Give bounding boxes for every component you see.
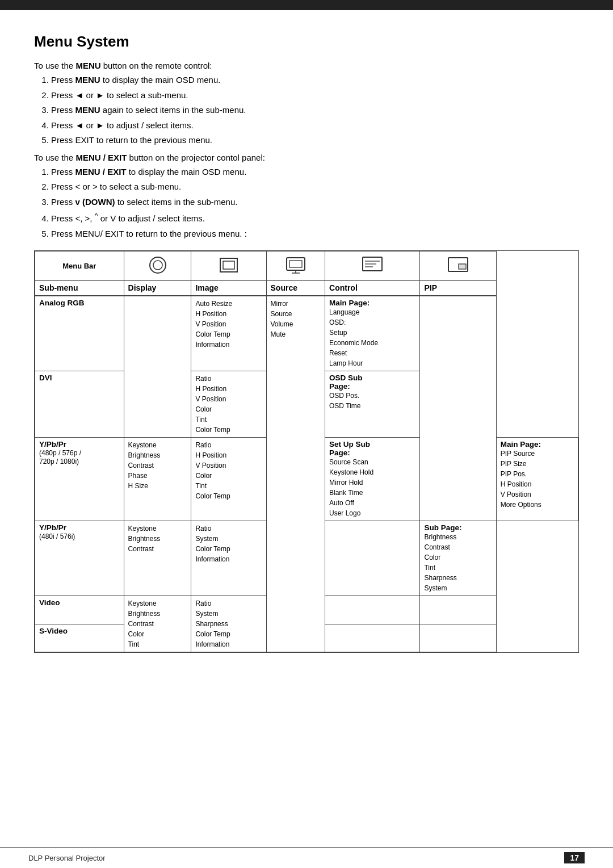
ypbpr-sd-control <box>325 521 420 596</box>
video-display: KeystoneBrightnessContrastColorTint <box>124 596 191 652</box>
source-icon <box>284 255 308 275</box>
ypbpr-hd-label: Y/Pb/Pr (480p / 576p /720p / 1080i) <box>35 438 124 521</box>
video-image: RatioSystemSharpnessColor TempInformatio… <box>191 596 266 652</box>
panel-steps-list: Press MENU / EXIT to display the main OS… <box>51 166 579 241</box>
intro-remote: To use the MENU button on the remote con… <box>34 61 579 70</box>
panel-step-5: Press MENU/ EXIT to return to the previo… <box>51 228 579 241</box>
svg-rect-5 <box>289 261 302 267</box>
svg-rect-13 <box>459 264 466 269</box>
svideo-pip <box>420 624 496 652</box>
analog-rgb-display <box>124 296 191 438</box>
pip-header: PIP <box>420 281 496 296</box>
dvi-image: RatioH PositionV PositionColorTintColor … <box>191 371 266 438</box>
analog-rgb-control: Main Page: LanguageOSD:SetupEconomic Mod… <box>325 296 420 371</box>
image-icon <box>217 255 241 275</box>
video-control <box>325 596 420 624</box>
remote-step-1: Press MENU to display the main OSD menu. <box>51 74 579 87</box>
remote-step-4: Press ◄ or ► to adjust / select items. <box>51 119 579 132</box>
menu-table-wrap: Menu Bar <box>34 250 579 653</box>
panel-step-2: Press < or > to select a sub-menu. <box>51 181 579 194</box>
ypbpr-hd-image: RatioH PositionV PositionColorTintColor … <box>191 438 266 521</box>
pip-icon-cell <box>420 251 496 281</box>
image-icon-cell <box>191 251 266 281</box>
panel-step-1: Press MENU / EXIT to display the main OS… <box>51 166 579 179</box>
ypbpr-hd-pip: Main Page: PIP SourcePIP SizePIP Pos.H P… <box>496 438 578 521</box>
analog-rgb-label: Analog RGB <box>35 296 124 371</box>
ypbpr-sd-image: RatioSystemColor TempInformation <box>191 521 266 596</box>
pip-icon <box>446 255 470 275</box>
display-header: Display <box>124 281 191 296</box>
analog-rgb-pip <box>420 296 496 521</box>
dvi-label: DVI <box>35 371 124 438</box>
page-number: 17 <box>564 852 585 863</box>
control-header: Control <box>325 281 420 296</box>
ypbpr-hd-display: KeystoneBrightnessContrastPhaseH Size <box>124 438 191 521</box>
display-icon <box>146 255 170 275</box>
panel-step-4: Press <, >, ^ or V to adjust / select it… <box>51 211 579 225</box>
svg-rect-3 <box>223 261 234 269</box>
intro-panel: To use the MENU / EXIT button on the pro… <box>34 153 579 162</box>
remote-step-2: Press ◄ or ► to select a sub-menu. <box>51 89 579 102</box>
ypbpr-sd-label: Y/Pb/Pr (480i / 576i) <box>35 521 124 596</box>
ypbpr-sd-display: KeystoneBrightnessContrast <box>124 521 191 596</box>
video-label: Video <box>35 596 124 624</box>
page-title: Menu System <box>34 33 579 51</box>
footer-bar: DLP Personal Projector 17 <box>0 847 613 868</box>
video-pip <box>420 596 496 624</box>
submenu-header: Sub-menu <box>35 281 124 296</box>
header-row: Sub-menu Display Image Source Control PI… <box>35 281 578 296</box>
icon-row: Menu Bar <box>35 251 578 281</box>
ypbpr-sd-pip: Sub Page: BrightnessContrastColorTintSha… <box>420 521 496 596</box>
svg-point-0 <box>150 257 166 273</box>
source-icon-cell <box>266 251 325 281</box>
analog-rgb-image: Auto ResizeH PositionV PositionColor Tem… <box>191 296 266 371</box>
control-icon-cell <box>325 251 420 281</box>
remote-step-5: Press EXIT to return to the previous men… <box>51 134 579 147</box>
panel-step-3: Press v (DOWN) to select items in the su… <box>51 196 579 209</box>
menubar-label-cell: Menu Bar <box>35 251 124 281</box>
row-analog-rgb: Analog RGB Auto ResizeH PositionV Positi… <box>35 296 578 371</box>
image-header: Image <box>191 281 266 296</box>
menu-table: Menu Bar <box>35 251 578 652</box>
source-header: Source <box>266 281 325 296</box>
svideo-control <box>325 624 420 652</box>
footer-text: DLP Personal Projector <box>28 854 106 862</box>
remote-step-3: Press MENU again to select items in the … <box>51 104 579 117</box>
analog-rgb-source: MirrorSourceVolumeMute <box>266 296 325 652</box>
display-icon-cell <box>124 251 191 281</box>
control-icon <box>360 255 384 275</box>
remote-steps-list: Press MENU to display the main OSD menu.… <box>51 74 579 147</box>
svg-point-1 <box>153 261 162 270</box>
svideo-label: S-Video <box>35 624 124 652</box>
ypbpr-hd-control: Set Up SubPage: Source ScanKeystone Hold… <box>325 438 420 521</box>
page-content: Menu System To use the MENU button on th… <box>0 10 613 687</box>
menubar-label: Menu Bar <box>62 262 96 270</box>
top-bar <box>0 0 613 10</box>
dvi-control: OSD SubPage: OSD Pos.OSD Time <box>325 371 420 438</box>
